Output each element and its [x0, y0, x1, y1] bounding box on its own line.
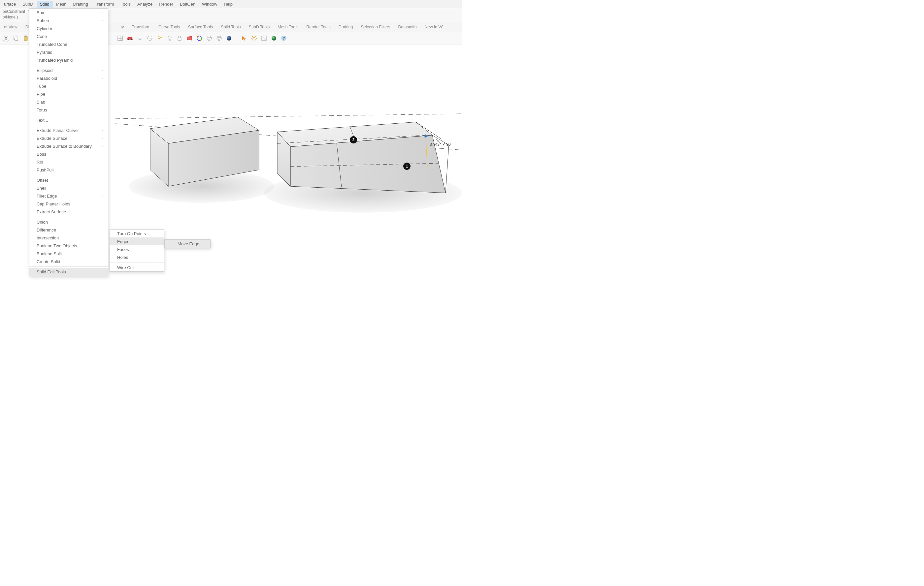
menu-extrude-surface[interactable]: Extrude Surface› — [30, 134, 108, 142]
svg-rect-14 — [158, 38, 159, 39]
menu-pushpull[interactable]: PushPull — [30, 166, 108, 174]
chevron-right-icon: › — [102, 69, 102, 72]
menu-item-mesh[interactable]: Mesh — [53, 1, 70, 8]
tab-set-view[interactable]: et View — [0, 23, 21, 31]
menu-sphere[interactable]: Sphere› — [30, 16, 108, 25]
arc-dim-icon[interactable] — [146, 34, 154, 42]
menu-cylinder[interactable]: Cylinder — [30, 25, 108, 32]
menu-group-quadrics: Ellipsoid› Paraboloid› Tube Pipe Slab To… — [30, 66, 108, 114]
menu-boolean-split[interactable]: Boolean Split — [30, 250, 108, 258]
bulb-icon[interactable] — [166, 34, 173, 42]
menu-paraboloid[interactable]: Paraboloid› — [30, 74, 108, 82]
help-icon[interactable]: ? — [280, 34, 288, 42]
menu-ellipsoid[interactable]: Ellipsoid› — [30, 66, 108, 74]
svg-line-40 — [262, 36, 266, 41]
gear-icon[interactable] — [250, 34, 258, 42]
grid-icon[interactable] — [116, 34, 124, 42]
chevron-right-icon: › — [102, 194, 102, 198]
menu-tube[interactable]: Tube — [30, 82, 108, 90]
surface-red-icon[interactable] — [185, 34, 193, 42]
svg-point-28 — [218, 36, 220, 41]
menu-fillet-edge[interactable]: Fillet Edge› — [30, 192, 108, 200]
cursor-orange-icon[interactable] — [240, 34, 248, 42]
tab-ty[interactable]: ty — [117, 23, 128, 31]
submenu-holes[interactable]: Holes› — [110, 253, 164, 261]
submenu-turn-on-points[interactable]: Turn On Points — [110, 229, 164, 237]
curve-net-icon[interactable] — [136, 34, 144, 42]
render-sphere-icon[interactable] — [225, 34, 233, 42]
tab-datasmith[interactable]: Datasmith — [394, 23, 421, 31]
paste-icon[interactable] — [22, 34, 30, 42]
svg-point-29 — [227, 36, 231, 41]
menu-item-subd[interactable]: SubD — [19, 1, 36, 8]
tab-selection-filters[interactable]: Selection Filters — [357, 23, 394, 31]
svg-point-25 — [207, 37, 211, 39]
menu-item-surface[interactable]: urface — [1, 1, 19, 8]
tab-drafting[interactable]: Drafting — [335, 23, 357, 31]
menu-offset[interactable]: Offset — [30, 176, 108, 184]
menu-item-transform[interactable]: Transform — [91, 1, 117, 8]
menu-item-analyze[interactable]: Analyze — [134, 1, 156, 8]
submenu-faces[interactable]: Faces› — [110, 245, 164, 253]
tab-transform[interactable]: Transform — [128, 23, 155, 31]
menu-boss[interactable]: Boss — [30, 150, 108, 158]
submenu-wire-cut[interactable]: Wire Cut — [110, 263, 164, 272]
tab-mesh-tools[interactable]: Mesh Tools — [274, 23, 302, 31]
menu-extract-surface[interactable]: Extract Surface — [30, 208, 108, 216]
menu-slab[interactable]: Slab — [30, 98, 108, 106]
menu-cap-planar-holes[interactable]: Cap Planar Holes — [30, 200, 108, 208]
menu-item-window[interactable]: Window — [199, 1, 220, 8]
tab-render-tools[interactable]: Render Tools — [302, 23, 334, 31]
menu-create-solid[interactable]: Create Solid — [30, 258, 108, 265]
tree-icon[interactable] — [156, 34, 164, 42]
menu-solid-edit-tools[interactable]: Solid Edit Tools› — [30, 268, 108, 276]
menu-difference[interactable]: Difference — [30, 226, 108, 234]
tab-surface-tools[interactable]: Surface Tools — [184, 23, 217, 31]
menu-cone[interactable]: Cone — [30, 32, 108, 40]
measure-frame-icon[interactable] — [260, 34, 268, 42]
svg-point-0 — [3, 40, 5, 41]
menu-item-drafting[interactable]: Drafting — [69, 1, 91, 8]
submenu-move-edge[interactable]: Move Edge — [165, 240, 210, 248]
menu-pyramid[interactable]: Pyramid — [30, 48, 108, 56]
menu-text[interactable]: Text... — [30, 116, 108, 124]
menu-extrude-planar-curve[interactable]: Extrude Planar Curve› — [30, 126, 108, 134]
menu-item-render[interactable]: Render — [156, 1, 177, 8]
cut-icon[interactable] — [2, 34, 10, 42]
tab-solid-tools[interactable]: Solid Tools — [217, 23, 244, 31]
menu-truncated-cone[interactable]: Truncated Cone — [30, 40, 108, 48]
menu-boolean-two-objects[interactable]: Boolean Two Objects — [30, 242, 108, 250]
wireframe-sphere-icon[interactable] — [205, 34, 213, 42]
menu-intersection[interactable]: Intersection — [30, 234, 108, 242]
svg-point-30 — [253, 37, 255, 39]
svg-point-1 — [7, 40, 8, 41]
rainbow-ring-icon[interactable] — [195, 34, 203, 42]
menu-union[interactable]: Union — [30, 218, 108, 226]
menu-rib[interactable]: Rib — [30, 158, 108, 166]
chevron-right-icon: › — [102, 76, 102, 80]
svg-point-26 — [217, 36, 221, 41]
green-sphere-icon[interactable] — [270, 34, 278, 42]
globe-grid-icon[interactable] — [215, 34, 223, 42]
menu-truncated-pyramid[interactable]: Truncated Pyramid — [30, 56, 108, 64]
svg-line-36 — [256, 40, 256, 40]
menu-item-tools[interactable]: Tools — [117, 1, 134, 8]
menu-item-solid[interactable]: Solid — [36, 1, 53, 8]
menu-item-boltgen[interactable]: BoltGen — [177, 1, 199, 8]
tab-new-in-v8[interactable]: New in V8 — [421, 23, 447, 31]
menu-box[interactable]: Box› — [30, 8, 108, 16]
svg-rect-20 — [178, 38, 181, 41]
tab-subd-tools[interactable]: SubD Tools — [245, 23, 274, 31]
lock-icon[interactable] — [176, 34, 183, 42]
menu-extrude-surface-to-boundary[interactable]: Extrude Surface to Boundary› — [30, 142, 108, 150]
chevron-right-icon: › — [102, 137, 102, 140]
menu-item-help[interactable]: Help — [220, 1, 236, 8]
tab-curve-tools[interactable]: Curve Tools — [154, 23, 184, 31]
car-icon[interactable] — [126, 34, 134, 42]
menu-pipe[interactable]: Pipe — [30, 90, 108, 98]
menu-shell[interactable]: Shell — [30, 184, 108, 192]
menu-group-extrude: Extrude Planar Curve› Extrude Surface› E… — [30, 126, 108, 174]
submenu-edges[interactable]: Edges› — [110, 237, 164, 245]
menu-torus[interactable]: Torus — [30, 106, 108, 114]
copy-icon[interactable] — [12, 34, 20, 42]
